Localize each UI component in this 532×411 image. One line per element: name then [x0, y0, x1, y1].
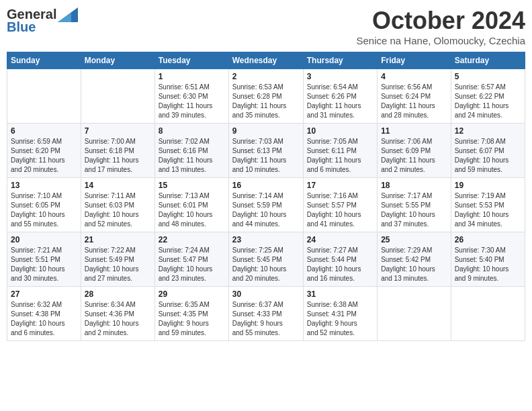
calendar-week-row: 6Sunrise: 6:59 AM Sunset: 6:20 PM Daylig…	[7, 124, 525, 178]
calendar-header-row: SundayMondayTuesdayWednesdayThursdayFrid…	[7, 52, 525, 69]
calendar-cell: 24Sunrise: 7:27 AM Sunset: 5:44 PM Dayli…	[303, 232, 377, 287]
day-detail: Sunrise: 7:08 AM Sunset: 6:07 PM Dayligh…	[455, 137, 521, 175]
day-detail: Sunrise: 6:38 AM Sunset: 4:31 PM Dayligh…	[307, 300, 373, 338]
day-detail: Sunrise: 7:10 AM Sunset: 6:05 PM Dayligh…	[11, 191, 77, 229]
location: Senice na Hane, Olomoucky, Czechia	[356, 35, 525, 46]
calendar-cell: 21Sunrise: 7:22 AM Sunset: 5:49 PM Dayli…	[81, 232, 154, 287]
day-detail: Sunrise: 7:05 AM Sunset: 6:11 PM Dayligh…	[307, 137, 373, 175]
month-title: October 2024	[356, 7, 525, 35]
calendar-cell: 11Sunrise: 7:06 AM Sunset: 6:09 PM Dayli…	[378, 124, 451, 178]
calendar-cell: 12Sunrise: 7:08 AM Sunset: 6:07 PM Dayli…	[451, 124, 525, 178]
calendar-cell	[451, 287, 525, 341]
day-number: 26	[455, 235, 521, 244]
day-number: 24	[307, 235, 373, 244]
day-number: 3	[307, 72, 373, 81]
day-number: 11	[381, 126, 447, 136]
calendar-cell	[378, 287, 451, 341]
day-detail: Sunrise: 7:16 AM Sunset: 5:57 PM Dayligh…	[307, 191, 373, 229]
day-number: 21	[85, 235, 151, 244]
day-number: 27	[11, 289, 77, 299]
day-number: 14	[85, 181, 151, 190]
calendar-cell: 19Sunrise: 7:19 AM Sunset: 5:53 PM Dayli…	[451, 178, 525, 232]
calendar-cell: 22Sunrise: 7:24 AM Sunset: 5:47 PM Dayli…	[154, 232, 228, 287]
day-detail: Sunrise: 7:06 AM Sunset: 6:09 PM Dayligh…	[381, 137, 447, 175]
calendar-cell: 20Sunrise: 7:21 AM Sunset: 5:51 PM Dayli…	[7, 232, 81, 287]
day-number: 22	[159, 235, 225, 244]
calendar-cell: 7Sunrise: 7:00 AM Sunset: 6:18 PM Daylig…	[81, 124, 154, 178]
day-number: 9	[232, 126, 300, 136]
day-detail: Sunrise: 7:13 AM Sunset: 6:01 PM Dayligh…	[159, 191, 225, 229]
day-detail: Sunrise: 6:54 AM Sunset: 6:26 PM Dayligh…	[307, 83, 373, 120]
day-number: 1	[159, 72, 225, 81]
calendar-cell: 9Sunrise: 7:03 AM Sunset: 6:13 PM Daylig…	[228, 124, 303, 178]
day-number: 23	[232, 235, 300, 244]
logo: General Blue	[7, 7, 79, 35]
day-number: 31	[307, 289, 373, 299]
calendar-cell: 3Sunrise: 6:54 AM Sunset: 6:26 PM Daylig…	[303, 69, 377, 124]
calendar-cell: 6Sunrise: 6:59 AM Sunset: 6:20 PM Daylig…	[7, 124, 81, 178]
calendar-cell: 30Sunrise: 6:37 AM Sunset: 4:33 PM Dayli…	[228, 287, 303, 341]
weekday-header: Monday	[81, 52, 154, 69]
calendar-cell: 26Sunrise: 7:30 AM Sunset: 5:40 PM Dayli…	[451, 232, 525, 287]
day-number: 8	[159, 126, 225, 136]
day-detail: Sunrise: 6:32 AM Sunset: 4:38 PM Dayligh…	[11, 300, 77, 338]
weekday-header: Wednesday	[228, 52, 303, 69]
day-detail: Sunrise: 7:17 AM Sunset: 5:55 PM Dayligh…	[381, 191, 447, 229]
calendar-cell: 1Sunrise: 6:51 AM Sunset: 6:30 PM Daylig…	[154, 69, 228, 124]
calendar-week-row: 13Sunrise: 7:10 AM Sunset: 6:05 PM Dayli…	[7, 178, 525, 232]
day-number: 16	[232, 181, 300, 190]
day-detail: Sunrise: 7:19 AM Sunset: 5:53 PM Dayligh…	[455, 191, 521, 229]
weekday-header: Tuesday	[154, 52, 228, 69]
day-number: 25	[381, 235, 447, 244]
calendar-cell: 10Sunrise: 7:05 AM Sunset: 6:11 PM Dayli…	[303, 124, 377, 178]
calendar-cell: 4Sunrise: 6:56 AM Sunset: 6:24 PM Daylig…	[378, 69, 451, 124]
title-section: October 2024 Senice na Hane, Olomoucky, …	[356, 7, 525, 46]
weekday-header: Saturday	[451, 52, 525, 69]
calendar-cell: 25Sunrise: 7:29 AM Sunset: 5:42 PM Dayli…	[378, 232, 451, 287]
day-detail: Sunrise: 6:37 AM Sunset: 4:33 PM Dayligh…	[232, 300, 300, 338]
day-number: 18	[381, 181, 447, 190]
calendar-cell: 15Sunrise: 7:13 AM Sunset: 6:01 PM Dayli…	[154, 178, 228, 232]
weekday-header: Thursday	[303, 52, 377, 69]
calendar-cell: 14Sunrise: 7:11 AM Sunset: 6:03 PM Dayli…	[81, 178, 154, 232]
day-detail: Sunrise: 7:25 AM Sunset: 5:45 PM Dayligh…	[232, 246, 300, 283]
calendar-cell: 16Sunrise: 7:14 AM Sunset: 5:59 PM Dayli…	[228, 178, 303, 232]
day-number: 29	[159, 289, 225, 299]
calendar-cell: 29Sunrise: 6:35 AM Sunset: 4:35 PM Dayli…	[154, 287, 228, 341]
calendar-cell: 17Sunrise: 7:16 AM Sunset: 5:57 PM Dayli…	[303, 178, 377, 232]
day-detail: Sunrise: 7:14 AM Sunset: 5:59 PM Dayligh…	[232, 191, 300, 229]
day-detail: Sunrise: 6:56 AM Sunset: 6:24 PM Dayligh…	[381, 83, 447, 120]
calendar-cell: 8Sunrise: 7:02 AM Sunset: 6:16 PM Daylig…	[154, 124, 228, 178]
day-number: 15	[159, 181, 225, 190]
day-detail: Sunrise: 7:27 AM Sunset: 5:44 PM Dayligh…	[307, 246, 373, 283]
day-detail: Sunrise: 6:53 AM Sunset: 6:28 PM Dayligh…	[232, 83, 300, 120]
day-number: 10	[307, 126, 373, 136]
day-number: 20	[11, 235, 77, 244]
calendar-cell: 13Sunrise: 7:10 AM Sunset: 6:05 PM Dayli…	[7, 178, 81, 232]
day-number: 4	[381, 72, 447, 81]
calendar-cell	[81, 69, 154, 124]
calendar-week-row: 20Sunrise: 7:21 AM Sunset: 5:51 PM Dayli…	[7, 232, 525, 287]
calendar-cell: 31Sunrise: 6:38 AM Sunset: 4:31 PM Dayli…	[303, 287, 377, 341]
calendar-cell: 23Sunrise: 7:25 AM Sunset: 5:45 PM Dayli…	[228, 232, 303, 287]
day-detail: Sunrise: 7:29 AM Sunset: 5:42 PM Dayligh…	[381, 246, 447, 283]
calendar-cell	[7, 69, 81, 124]
day-number: 2	[232, 72, 300, 81]
page-header: General Blue October 2024 Senice na Hane…	[7, 7, 525, 46]
day-detail: Sunrise: 7:02 AM Sunset: 6:16 PM Dayligh…	[159, 137, 225, 175]
day-detail: Sunrise: 7:22 AM Sunset: 5:49 PM Dayligh…	[85, 246, 151, 283]
logo-blue-text: Blue	[7, 19, 36, 35]
day-detail: Sunrise: 7:03 AM Sunset: 6:13 PM Dayligh…	[232, 137, 300, 175]
day-detail: Sunrise: 7:24 AM Sunset: 5:47 PM Dayligh…	[159, 246, 225, 283]
calendar-table: SundayMondayTuesdayWednesdayThursdayFrid…	[7, 52, 525, 341]
day-detail: Sunrise: 6:35 AM Sunset: 4:35 PM Dayligh…	[159, 300, 225, 338]
day-detail: Sunrise: 6:57 AM Sunset: 6:22 PM Dayligh…	[455, 83, 521, 120]
day-number: 30	[232, 289, 300, 299]
day-detail: Sunrise: 7:00 AM Sunset: 6:18 PM Dayligh…	[85, 137, 151, 175]
calendar-week-row: 1Sunrise: 6:51 AM Sunset: 6:30 PM Daylig…	[7, 69, 525, 124]
calendar-cell: 5Sunrise: 6:57 AM Sunset: 6:22 PM Daylig…	[451, 69, 525, 124]
day-number: 13	[11, 181, 77, 190]
day-detail: Sunrise: 6:51 AM Sunset: 6:30 PM Dayligh…	[159, 83, 225, 120]
calendar-cell: 18Sunrise: 7:17 AM Sunset: 5:55 PM Dayli…	[378, 178, 451, 232]
day-number: 12	[455, 126, 521, 136]
